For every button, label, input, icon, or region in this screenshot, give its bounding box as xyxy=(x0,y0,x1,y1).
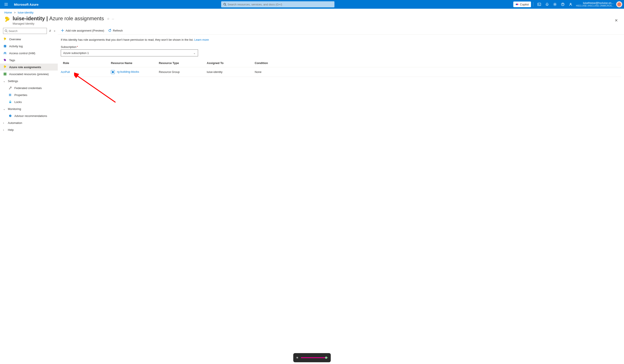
global-search-input[interactable] xyxy=(228,3,332,6)
role-link[interactable]: AcrPull xyxy=(61,70,70,73)
sidebar-item-access-control[interactable]: Access control (IAM) xyxy=(0,50,58,57)
subscription-value: Azure subscription 1 xyxy=(63,51,89,55)
chevron-down-icon: ⌄ xyxy=(193,51,196,55)
sidebar-item-label: Overview xyxy=(9,38,21,41)
sidebar-search[interactable] xyxy=(3,28,47,34)
refresh-button[interactable]: Refresh xyxy=(108,29,123,32)
advisor-icon xyxy=(8,114,12,117)
sidebar-search-input[interactable] xyxy=(8,29,45,33)
sidebar-group-label: Help xyxy=(8,128,14,131)
managed-identity-key-icon xyxy=(4,17,10,24)
sidebar-item-overview[interactable]: Overview xyxy=(0,36,58,43)
resource-name-link[interactable]: rg-building-blocks xyxy=(117,70,139,73)
add-role-assignment-button[interactable]: Add role assignment (Preview) xyxy=(61,29,104,32)
resource-name: luise-identity xyxy=(13,15,45,21)
svg-point-20 xyxy=(4,52,5,53)
info-text: If this identity has role assignments th… xyxy=(61,38,194,41)
table-row[interactable]: AcrPull rg-building-blocks Resource Grou… xyxy=(61,67,621,77)
avatar[interactable] xyxy=(616,1,622,7)
sidebar-item-label: Federated credentials xyxy=(14,86,42,90)
brightness-knob[interactable] xyxy=(325,357,327,359)
sidebar-item-azure-role-assignments[interactable]: Azure role assignments xyxy=(0,64,58,71)
svg-rect-35 xyxy=(11,94,11,96)
people-icon xyxy=(3,52,7,55)
sidebar-group-settings[interactable]: ⌄ Settings xyxy=(0,77,58,84)
global-search[interactable] xyxy=(221,1,335,7)
sidebar-item-label: Azure role assignments xyxy=(9,66,41,69)
svg-rect-27 xyxy=(4,73,5,74)
feedback-icon[interactable] xyxy=(567,0,574,9)
cloud-shell-icon[interactable] xyxy=(536,0,543,9)
sidebar-item-properties[interactable]: Properties xyxy=(0,92,58,98)
breadcrumb: Home > luise-identity xyxy=(0,9,624,15)
copilot-button[interactable]: Copilot xyxy=(513,1,531,7)
svg-point-22 xyxy=(4,59,5,60)
col-resource-type: Resource Type xyxy=(159,61,207,65)
toolbar-label: Refresh xyxy=(113,29,123,32)
svg-rect-31 xyxy=(6,75,6,75)
sidebar-item-label: Access control (IAM) xyxy=(9,52,35,55)
svg-point-32 xyxy=(10,87,11,88)
more-actions-icon[interactable]: ··· xyxy=(112,17,114,21)
breadcrumb-home[interactable]: Home xyxy=(4,11,12,14)
brightness-overlay[interactable]: ☀ xyxy=(293,353,331,362)
sidebar-sort-icon[interactable]: ⇵ xyxy=(49,29,52,32)
sidebar-item-label: Locks xyxy=(14,100,22,104)
brightness-slider[interactable] xyxy=(301,357,328,358)
close-blade-icon[interactable]: ✕ xyxy=(613,17,620,24)
sidebar-item-label: Tags xyxy=(9,59,15,62)
page-title: Azure role assignments xyxy=(49,15,104,21)
col-resource-name: Resource Name xyxy=(111,61,159,65)
sidebar-item-federated-credentials[interactable]: Federated credentials xyxy=(0,84,58,92)
breadcrumb-current[interactable]: luise-identity xyxy=(18,11,34,14)
sidebar: ⇵ « Overview Activity log Access control… xyxy=(0,27,58,364)
svg-rect-24 xyxy=(4,73,5,73)
favorite-star-icon[interactable]: ☆ xyxy=(107,17,110,21)
cell-condition: None xyxy=(255,70,621,73)
help-icon[interactable] xyxy=(559,0,567,9)
svg-rect-23 xyxy=(4,73,4,73)
svg-point-21 xyxy=(5,52,6,53)
notifications-icon[interactable] xyxy=(543,0,551,9)
resource-subtitle: Managed Identity xyxy=(13,22,104,25)
sidebar-group-label: Settings xyxy=(8,79,18,83)
col-assigned-to: Assigned To xyxy=(207,61,255,65)
brand-link[interactable]: Microsoft Azure xyxy=(10,3,42,6)
subscription-select[interactable]: Azure subscription 1 ⌄ xyxy=(61,49,198,56)
svg-point-10 xyxy=(554,4,555,5)
sidebar-item-label: Properties xyxy=(14,93,27,97)
svg-rect-17 xyxy=(4,46,6,46)
svg-rect-30 xyxy=(4,75,5,75)
account-menu[interactable]: luisefreese@hscluise.on... HSCLUISE (HSC… xyxy=(575,1,615,7)
brightness-fill xyxy=(301,357,326,358)
sidebar-group-automation[interactable]: › Automation xyxy=(0,119,58,126)
sidebar-item-associated-resources[interactable]: Associated resources (preview) xyxy=(0,71,58,77)
sidebar-group-monitoring[interactable]: ⌄ Monitoring xyxy=(0,105,58,112)
grid-icon xyxy=(3,73,7,75)
toolbar-label: Add role assignment (Preview) xyxy=(66,29,104,32)
sidebar-item-activity-log[interactable]: Activity log xyxy=(0,43,58,50)
subscription-label: Subscription* xyxy=(58,44,624,49)
account-tenant: HSCLUISE (HSCLUISE.ONMICROS... xyxy=(576,4,614,7)
account-email: luisefreese@hscluise.on... xyxy=(583,1,614,4)
sidebar-item-locks[interactable]: Locks xyxy=(0,98,58,105)
sidebar-group-help[interactable]: › Help xyxy=(0,126,58,133)
svg-rect-34 xyxy=(10,94,10,96)
chevron-right-icon: › xyxy=(3,128,6,131)
toolbar: Add role assignment (Preview) Refresh xyxy=(58,27,624,35)
key-icon xyxy=(3,66,7,69)
hamburger-menu-icon[interactable] xyxy=(2,2,10,6)
sidebar-item-label: Advisor recommendations xyxy=(14,114,47,118)
svg-line-4 xyxy=(225,5,226,6)
main-content: Add role assignment (Preview) Refresh If… xyxy=(58,27,624,364)
svg-rect-19 xyxy=(4,47,5,47)
learn-more-link[interactable]: Learn more xyxy=(194,38,209,41)
cell-assigned-to: luise-identity xyxy=(207,70,255,73)
sidebar-item-advisor-recommendations[interactable]: Advisor recommendations xyxy=(0,112,58,119)
sidebar-item-label: Activity log xyxy=(9,45,23,48)
sidebar-item-tags[interactable]: Tags xyxy=(0,57,58,64)
divider xyxy=(533,2,533,6)
sidebar-collapse-icon[interactable]: « xyxy=(53,29,56,32)
credential-key-icon xyxy=(8,86,12,90)
settings-gear-icon[interactable] xyxy=(551,0,559,9)
